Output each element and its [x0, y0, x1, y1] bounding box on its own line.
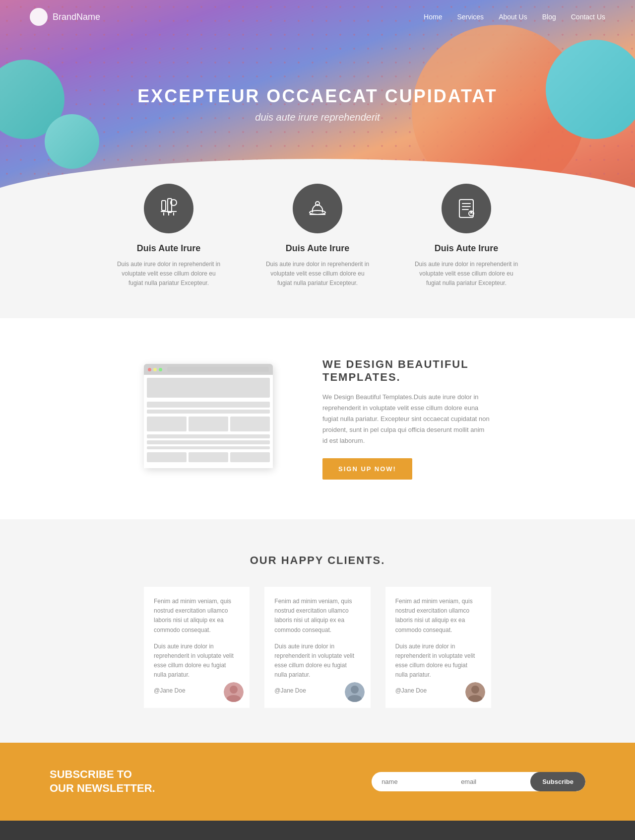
mockup-row-5: [147, 446, 270, 449]
feature-title-2: Duis Aute Irure: [263, 243, 372, 254]
client-text-1a: Fenim ad minim veniam, quis nostrud exer…: [154, 597, 240, 635]
newsletter-subscribe-button[interactable]: Subscribe: [530, 772, 585, 791]
client-avatar-3: [465, 682, 485, 702]
client-card-3: Fenim ad minim veniam, quis nostrud exer…: [385, 587, 491, 708]
grid-item-1: [147, 417, 187, 431]
hat-icon: [306, 197, 329, 220]
feature-icon-3: [442, 184, 491, 233]
mockup-row-1: [147, 402, 270, 408]
nav-contact[interactable]: Contact Us: [571, 13, 605, 21]
design-title: WE DESIGN BEAUTIFUL TEMPLATES.: [322, 358, 491, 384]
document-icon: [454, 197, 478, 220]
design-text: WE DESIGN BEAUTIFUL TEMPLATES. We Design…: [322, 358, 491, 480]
avatar-image-2: [345, 682, 365, 702]
navigation: BrandName Home Services About Us Blog Co…: [0, 0, 635, 34]
mockup-row-2: [147, 410, 270, 414]
feature-title-3: Duis Aute Irure: [412, 243, 521, 254]
mockup-content: [144, 375, 273, 468]
signup-button[interactable]: SIGN UP NOW!: [322, 458, 412, 480]
design-description: We Design Beautiful Templates.Duis aute …: [322, 392, 491, 446]
mockup-grid: [147, 417, 270, 431]
footer-dark: [0, 821, 635, 840]
tools-icon: [157, 197, 181, 220]
nav-blog[interactable]: Blog: [542, 13, 556, 21]
newsletter-email-input[interactable]: [451, 772, 530, 791]
feature-icon-1: [144, 184, 193, 233]
dot-red: [148, 368, 151, 371]
grid-item-6: [230, 452, 270, 462]
client-text-3b: Duis aute irure dolor in reprehenderit i…: [395, 642, 481, 680]
mockup-grid-2: [147, 452, 270, 462]
logo: [30, 8, 48, 26]
dot-yellow: [153, 368, 157, 371]
svg-point-14: [471, 686, 479, 694]
nav-about[interactable]: About Us: [499, 13, 527, 21]
newsletter-form: Subscribe: [372, 772, 585, 791]
grid-item-3: [230, 417, 270, 431]
feature-title-1: Duis Aute Irure: [114, 243, 223, 254]
browser-mockup: [144, 364, 273, 468]
feature-icon-2: [293, 184, 342, 233]
avatar-image-1: [224, 682, 244, 702]
features-section: Duis Aute Irure Duis aute irure dolor in…: [0, 209, 635, 318]
design-section: WE DESIGN BEAUTIFUL TEMPLATES. We Design…: [0, 318, 635, 519]
svg-point-11: [351, 686, 359, 694]
design-mockup: [144, 364, 283, 473]
hero-subtitle: duis aute irure reprehenderit: [137, 112, 497, 123]
mockup-row-4: [147, 440, 270, 444]
grid-item-4: [147, 452, 187, 462]
svg-rect-5: [459, 200, 473, 217]
client-avatar-2: [345, 682, 365, 702]
mockup-row-3: [147, 434, 270, 438]
feature-item-3: Duis Aute Irure Duis aute irure dolor in…: [412, 209, 521, 288]
brand-name: BrandName: [53, 12, 100, 22]
nav-links: Home Services About Us Blog Contact Us: [424, 13, 605, 21]
grid-item-2: [189, 417, 228, 431]
feature-text-3: Duis aute irure dolor in reprehenderit i…: [412, 260, 521, 288]
nav-services[interactable]: Services: [457, 13, 484, 21]
avatar-image-3: [465, 682, 485, 702]
address-bar: [167, 367, 269, 372]
newsletter-name-input[interactable]: [372, 772, 451, 791]
mockup-header-row: [147, 378, 270, 398]
svg-point-8: [230, 686, 238, 694]
hero-circle-left2: [45, 114, 99, 169]
hero-title: EXCEPTEUR OCCAECAT CUPIDATAT: [137, 86, 497, 107]
client-text-2b: Duis aute irure dolor in reprehenderit i…: [274, 642, 360, 680]
client-avatar-1: [224, 682, 244, 702]
client-text-2a: Fenim ad minim veniam, quis nostrud exer…: [274, 597, 360, 635]
client-text-1b: Duis aute irure dolor in reprehenderit i…: [154, 642, 240, 680]
feature-text-1: Duis aute irure dolor in reprehenderit i…: [114, 260, 223, 288]
clients-section: OUR HAPPY CLIENTS. Fenim ad minim veniam…: [0, 519, 635, 743]
feature-text-2: Duis aute irure dolor in reprehenderit i…: [263, 260, 372, 288]
newsletter-title: SUBSCRIBE TO OUR NEWSLETTER.: [50, 768, 155, 796]
dot-green: [159, 368, 162, 371]
browser-bar: [144, 364, 273, 375]
clients-grid: Fenim ad minim veniam, quis nostrud exer…: [144, 587, 491, 708]
hero-content: EXCEPTEUR OCCAECAT CUPIDATAT duis aute i…: [137, 86, 497, 123]
client-card-1: Fenim ad minim veniam, quis nostrud exer…: [144, 587, 250, 708]
client-text-3a: Fenim ad minim veniam, quis nostrud exer…: [395, 597, 481, 635]
client-card-2: Fenim ad minim veniam, quis nostrud exer…: [264, 587, 370, 708]
svg-rect-0: [162, 201, 166, 210]
newsletter-section: SUBSCRIBE TO OUR NEWSLETTER. Subscribe: [0, 743, 635, 821]
feature-item-2: Duis Aute Irure Duis aute irure dolor in…: [263, 209, 372, 288]
brand: BrandName: [30, 8, 100, 26]
nav-home[interactable]: Home: [424, 13, 442, 21]
feature-item-1: Duis Aute Irure Duis aute irure dolor in…: [114, 209, 223, 288]
grid-item-5: [189, 452, 228, 462]
clients-title: OUR HAPPY CLIENTS.: [30, 554, 605, 567]
